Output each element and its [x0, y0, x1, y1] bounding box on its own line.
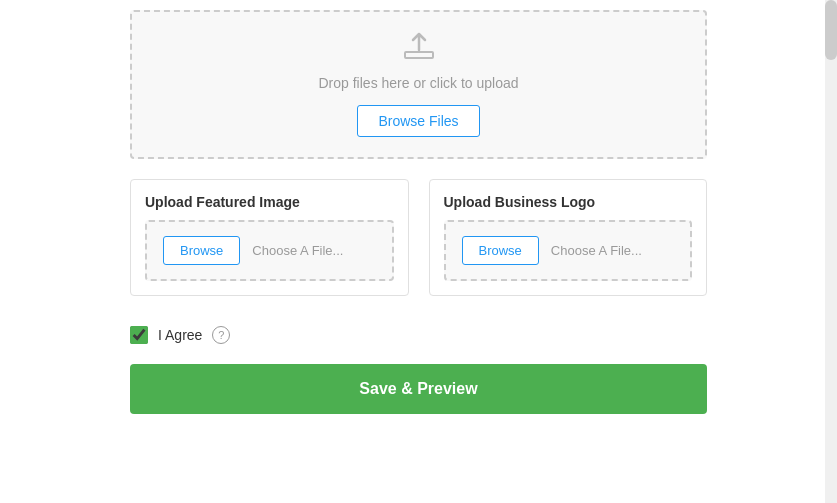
business-logo-title: Upload Business Logo [444, 194, 693, 210]
scrollbar-track[interactable] [825, 0, 837, 503]
business-logo-choose-text: Choose A File... [551, 243, 642, 258]
featured-image-title: Upload Featured Image [145, 194, 394, 210]
help-icon[interactable]: ? [212, 326, 230, 344]
drop-zone-section: Drop files here or click to upload Brows… [0, 0, 837, 169]
svg-rect-0 [405, 52, 433, 58]
business-logo-browse-button[interactable]: Browse [462, 236, 539, 265]
featured-image-input-row: Browse Choose A File... [145, 220, 394, 281]
upload-featured-image-card: Upload Featured Image Browse Choose A Fi… [130, 179, 409, 296]
agree-label: I Agree [158, 327, 202, 343]
browse-files-button[interactable]: Browse Files [357, 105, 479, 137]
featured-image-choose-text: Choose A File... [252, 243, 343, 258]
agree-section: I Agree ? [0, 306, 837, 364]
upload-business-logo-card: Upload Business Logo Browse Choose A Fil… [429, 179, 708, 296]
business-logo-input-row: Browse Choose A File... [444, 220, 693, 281]
agree-checkbox[interactable] [130, 326, 148, 344]
featured-image-browse-button[interactable]: Browse [163, 236, 240, 265]
scrollbar-thumb[interactable] [825, 0, 837, 60]
upload-icon [403, 32, 435, 67]
save-preview-button[interactable]: Save & Preview [130, 364, 707, 414]
main-content: Drop files here or click to upload Brows… [0, 0, 837, 503]
drop-zone-text: Drop files here or click to upload [319, 75, 519, 91]
upload-sections: Upload Featured Image Browse Choose A Fi… [0, 169, 837, 306]
drop-zone[interactable]: Drop files here or click to upload Brows… [130, 10, 707, 159]
